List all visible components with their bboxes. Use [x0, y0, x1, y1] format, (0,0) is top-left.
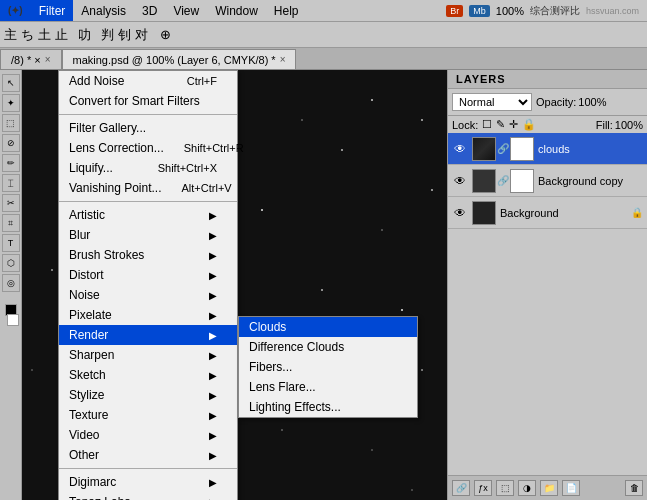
toolbar-sym5: 判: [101, 26, 114, 44]
new-layer-btn[interactable]: 📄: [562, 480, 580, 496]
tool-4[interactable]: ⊘: [2, 134, 20, 152]
menu-blur[interactable]: Blur ▶: [59, 225, 237, 245]
layer-item-clouds[interactable]: 👁 🔗 clouds: [448, 133, 647, 165]
blend-mode-select[interactable]: Normal: [452, 93, 532, 111]
menubar-window[interactable]: Window: [207, 0, 266, 21]
toolbar-sym6: 钊: [118, 26, 131, 44]
right-panel: LAYERS Normal Opacity: 100% Lock: ☐ ✎ ✛ …: [447, 70, 647, 500]
render-lighting-effects[interactable]: Lighting Effects...: [239, 397, 417, 417]
menu-noise-arrow: ▶: [209, 290, 217, 301]
canvas-area: Add Noise Ctrl+F Convert for Smart Filte…: [22, 70, 447, 500]
menu-liquify-label: Liquify...: [69, 161, 113, 175]
menu-pixelate-arrow: ▶: [209, 310, 217, 321]
eye-bg-copy[interactable]: 👁: [452, 173, 468, 189]
tool-6[interactable]: ⌶: [2, 174, 20, 192]
menubar: (✦) Filter Analysis 3D View Window Help …: [0, 0, 647, 22]
menu-distort-arrow: ▶: [209, 270, 217, 281]
tab-2-close[interactable]: ×: [280, 54, 286, 65]
menu-liquify[interactable]: Liquify... Shift+Ctrl+X: [59, 158, 237, 178]
delete-layer-btn[interactable]: 🗑: [625, 480, 643, 496]
menubar-view[interactable]: View: [165, 0, 207, 21]
tool-8[interactable]: ⌗: [2, 214, 20, 232]
menu-digimarc[interactable]: Digimarc ▶: [59, 472, 237, 492]
menubar-help[interactable]: Help: [266, 0, 307, 21]
mb-icon[interactable]: Mb: [469, 5, 490, 17]
toolbar-sym4: 止: [55, 26, 68, 44]
menu-sharpen[interactable]: Sharpen ▶: [59, 345, 237, 365]
tool-9[interactable]: T: [2, 234, 20, 252]
tool-11[interactable]: ◎: [2, 274, 20, 292]
tabbar: /8) * × × making.psd @ 100% (Layer 6, CM…: [0, 48, 647, 70]
layer-item-background[interactable]: 👁 Background 🔒: [448, 197, 647, 229]
toolbar-sym1: 主: [4, 26, 17, 44]
tab-1-label: /8) * ×: [11, 54, 41, 66]
layers-panel: LAYERS Normal Opacity: 100% Lock: ☐ ✎ ✛ …: [448, 70, 647, 475]
menu-stylize-arrow: ▶: [209, 390, 217, 401]
render-clouds-label: Clouds: [249, 320, 286, 334]
menu-texture[interactable]: Texture ▶: [59, 405, 237, 425]
filter-menu: Add Noise Ctrl+F Convert for Smart Filte…: [58, 70, 238, 500]
thumbs-background: [472, 201, 496, 225]
eye-clouds[interactable]: 👁: [452, 141, 468, 157]
tool-7[interactable]: ✂: [2, 194, 20, 212]
link-layers-btn[interactable]: 🔗: [452, 480, 470, 496]
menu-artistic[interactable]: Artistic ▶: [59, 205, 237, 225]
menu-brush-strokes[interactable]: Brush Strokes ▶: [59, 245, 237, 265]
tool-2[interactable]: ✦: [2, 94, 20, 112]
menu-lens-correction[interactable]: Lens Correction... Shift+Ctrl+R: [59, 138, 237, 158]
menubar-3d[interactable]: 3D: [134, 0, 165, 21]
background-lock-icon: 🔒: [631, 207, 643, 218]
menu-filter-gallery[interactable]: Filter Gallery...: [59, 118, 237, 138]
lock-icon-1[interactable]: ☐: [482, 118, 492, 131]
toolbar: 主 ち 土 止 叻 判 钊 对 ⊕: [0, 22, 647, 48]
menu-video[interactable]: Video ▶: [59, 425, 237, 445]
svg-point-21: [421, 369, 423, 371]
render-lens-flare-label: Lens Flare...: [249, 380, 316, 394]
toolbar-sym7: 对: [135, 26, 148, 44]
lock-icon-2[interactable]: ✎: [496, 118, 505, 131]
menu-stylize[interactable]: Stylize ▶: [59, 385, 237, 405]
menu-other[interactable]: Other ▶: [59, 445, 237, 465]
menubar-analysis[interactable]: Analysis: [73, 0, 134, 21]
menu-digimarc-arrow: ▶: [209, 477, 217, 488]
tool-1[interactable]: ↖: [2, 74, 20, 92]
render-clouds[interactable]: Clouds: [239, 317, 417, 337]
br-icon[interactable]: Br: [446, 5, 463, 17]
render-lens-flare[interactable]: Lens Flare...: [239, 377, 417, 397]
eye-background[interactable]: 👁: [452, 205, 468, 221]
lock-icon-4[interactable]: 🔒: [522, 118, 536, 131]
tab-2[interactable]: making.psd @ 100% (Layer 6, CMYK/8) * ×: [62, 49, 297, 69]
fx-btn[interactable]: ƒx: [474, 480, 492, 496]
menu-vanishing-point[interactable]: Vanishing Point... Alt+Ctrl+V: [59, 178, 237, 198]
tab-1[interactable]: /8) * × ×: [0, 49, 62, 69]
lock-icon-3[interactable]: ✛: [509, 118, 518, 131]
menubar-app[interactable]: (✦): [0, 0, 31, 21]
menu-add-noise[interactable]: Add Noise Ctrl+F: [59, 71, 237, 91]
menu-sketch[interactable]: Sketch ▶: [59, 365, 237, 385]
render-difference-clouds[interactable]: Difference Clouds: [239, 337, 417, 357]
menu-convert-smart[interactable]: Convert for Smart Filters: [59, 91, 237, 111]
menu-render[interactable]: Render ▶: [59, 325, 237, 345]
mask-btn[interactable]: ⬚: [496, 480, 514, 496]
layer-item-bg-copy[interactable]: 👁 🔗 Background copy: [448, 165, 647, 197]
toolbar-sym8: ⊕: [160, 27, 171, 42]
group-btn[interactable]: 📁: [540, 480, 558, 496]
menu-noise[interactable]: Noise ▶: [59, 285, 237, 305]
menu-pixelate[interactable]: Pixelate ▶: [59, 305, 237, 325]
svg-point-18: [401, 309, 403, 311]
menu-texture-arrow: ▶: [209, 410, 217, 421]
tool-3[interactable]: ⬚: [2, 114, 20, 132]
render-fibers[interactable]: Fibers...: [239, 357, 417, 377]
menu-distort[interactable]: Distort ▶: [59, 265, 237, 285]
tab-1-close[interactable]: ×: [45, 54, 51, 65]
opacity-label: Opacity:: [536, 96, 576, 108]
adjustment-btn[interactable]: ◑: [518, 480, 536, 496]
tool-5[interactable]: ✏: [2, 154, 20, 172]
opacity-value: 100%: [578, 96, 606, 108]
tool-13[interactable]: [7, 314, 19, 326]
fill-value: 100%: [615, 119, 643, 131]
tool-10[interactable]: ⬡: [2, 254, 20, 272]
menu-topaz[interactable]: Topaz Labs ▶: [59, 492, 237, 500]
menubar-filter[interactable]: Filter: [31, 0, 74, 21]
menu-vp-shortcut: Alt+Ctrl+V: [182, 182, 232, 194]
